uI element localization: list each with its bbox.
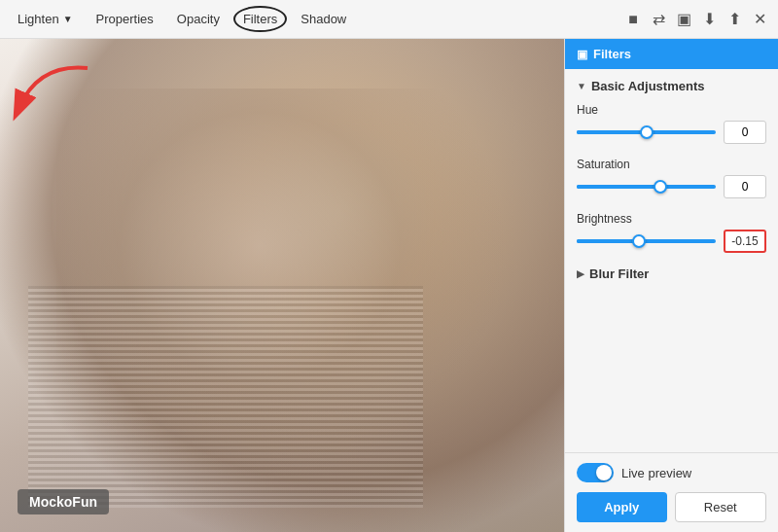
main-area: MockoFun ▣ Filters ▼ Basic Adjustments H… xyxy=(0,39,778,532)
watermark: MockoFun xyxy=(18,489,109,514)
reset-button[interactable]: Reset xyxy=(675,492,767,522)
blur-filter-toggle[interactable]: ▶ Blur Filter xyxy=(577,266,766,281)
brightness-control: Brightness -0.15 xyxy=(577,212,766,253)
shadow-label: Shadow xyxy=(301,12,346,26)
close-icon[interactable]: ✕ xyxy=(749,9,770,30)
hue-label: Hue xyxy=(577,103,766,117)
stripes-overlay xyxy=(28,286,423,508)
layer-down-icon[interactable]: ⬇ xyxy=(698,9,720,30)
panel-body: ▼ Basic Adjustments Hue 0 Saturation xyxy=(565,69,778,452)
layers-icon[interactable]: ▣ xyxy=(673,9,694,30)
toolbar-filters[interactable]: Filters xyxy=(233,6,287,32)
canvas-image xyxy=(0,39,564,532)
brightness-value[interactable]: -0.15 xyxy=(724,230,766,253)
toolbar-lighten[interactable]: Lighten ▼ xyxy=(8,8,83,30)
panel-header: ▣ Filters xyxy=(565,39,778,69)
basic-adjustments-label: Basic Adjustments xyxy=(591,79,705,93)
properties-label: Properties xyxy=(96,12,154,26)
filters-panel-icon: ▣ xyxy=(577,48,587,61)
saturation-slider-row: 0 xyxy=(577,175,766,198)
hue-slider-row: 0 xyxy=(577,121,766,144)
hue-control: Hue 0 xyxy=(577,103,766,144)
transfer-icon[interactable]: ⇄ xyxy=(648,9,669,30)
lighten-label: Lighten xyxy=(18,12,59,26)
apply-button[interactable]: Apply xyxy=(577,492,667,522)
saturation-control: Saturation 0 xyxy=(577,158,766,198)
opacity-label: Opacity xyxy=(177,12,220,26)
brightness-slider-row: -0.15 xyxy=(577,230,766,253)
toggle-knob xyxy=(596,465,612,480)
saturation-label: Saturation xyxy=(577,158,766,171)
saturation-value[interactable]: 0 xyxy=(724,175,766,198)
brightness-slider[interactable] xyxy=(577,239,716,243)
blur-arrow-icon: ▶ xyxy=(577,268,584,279)
panel-title: Filters xyxy=(593,47,631,61)
toolbar-shadow[interactable]: Shadow xyxy=(291,8,356,30)
toolbar-opacity[interactable]: Opacity xyxy=(167,8,230,30)
live-preview-toggle[interactable] xyxy=(577,463,614,482)
panel-footer: Live preview Apply Reset xyxy=(565,452,778,532)
blur-filter-label: Blur Filter xyxy=(589,266,649,281)
hue-slider[interactable] xyxy=(577,130,716,134)
chevron-down-icon: ▼ xyxy=(63,14,73,24)
layer-up-icon[interactable]: ⬆ xyxy=(724,9,745,30)
toolbar: Lighten ▼ Properties Opacity Filters Sha… xyxy=(0,0,778,39)
filters-label: Filters xyxy=(243,12,277,26)
basic-adjustments-toggle[interactable]: ▼ Basic Adjustments xyxy=(577,79,766,93)
square-icon[interactable]: ■ xyxy=(622,9,644,30)
brightness-label: Brightness xyxy=(577,212,766,226)
live-preview-row: Live preview xyxy=(577,463,766,482)
canvas-area[interactable]: MockoFun xyxy=(0,39,564,532)
footer-buttons: Apply Reset xyxy=(577,492,766,522)
hue-value[interactable]: 0 xyxy=(724,121,766,144)
toolbar-properties[interactable]: Properties xyxy=(87,8,163,30)
section-arrow-icon: ▼ xyxy=(577,81,586,91)
right-panel: ▣ Filters ▼ Basic Adjustments Hue 0 xyxy=(564,39,778,532)
live-preview-label: Live preview xyxy=(621,466,691,480)
saturation-slider[interactable] xyxy=(577,185,716,189)
